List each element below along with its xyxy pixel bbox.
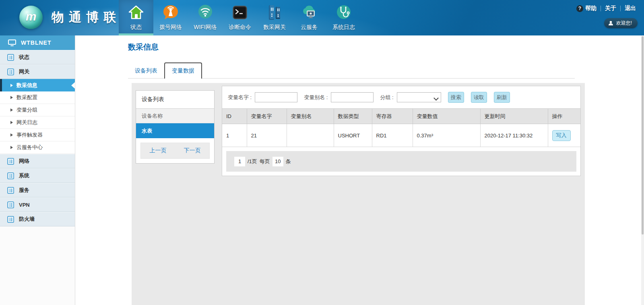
sidebar-item-label: 变量分组 [17, 106, 37, 114]
sidebar-item-status[interactable]: 状态 [0, 50, 75, 64]
gateway-servers-icon [265, 3, 284, 22]
stethoscope-icon [334, 3, 353, 22]
device-name-column-header: 设备名称 [136, 109, 214, 123]
variable-name-label: 变量名字 : [228, 94, 252, 101]
nav-item-status[interactable]: 状态 [119, 0, 153, 35]
nav-item-label: 拨号网络 [159, 24, 182, 31]
sidebar-item-label: 数采配置 [17, 94, 37, 101]
nav-item-data-gateway[interactable]: 数采网关 [257, 0, 292, 35]
nav-item-label: 云服务 [301, 24, 318, 31]
cloud-monitor-icon [300, 3, 318, 22]
nav-item-cloud-service[interactable]: 云服务 [292, 0, 326, 35]
group-select[interactable] [397, 92, 441, 102]
sidebar-item-label: 数采信息 [17, 82, 37, 89]
brand-name: 物通博联 [52, 9, 121, 26]
caret-right-icon [10, 133, 13, 137]
cell-variable-alias [287, 124, 334, 147]
per-page-input[interactable] [272, 157, 283, 166]
sidebar-item-gateway[interactable]: 网关 [0, 64, 75, 79]
variable-name-input[interactable] [255, 92, 297, 102]
sidebar-item-label: 网络 [19, 158, 29, 165]
wifi-icon [196, 3, 215, 22]
home-icon [127, 3, 145, 22]
cell-id: 1 [222, 124, 247, 147]
sidebar-item-network[interactable]: 网络 [0, 154, 75, 168]
sidebar-item-label: 服务 [19, 187, 29, 194]
search-button[interactable]: 搜索 [448, 92, 464, 103]
cell-register: RD1 [372, 124, 413, 147]
sidebar-item-variable-group[interactable]: 变量分组 [0, 104, 75, 116]
sidebar-item-gateway-log[interactable]: 网关日志 [0, 116, 75, 129]
sidebar-item-vpn[interactable]: VPN [0, 197, 75, 212]
nav-item-diagnostic-command[interactable]: 诊断命令 [223, 0, 257, 35]
col-id: ID [222, 109, 247, 124]
cell-update-time: 2020-12-17 11:30:32 [480, 124, 548, 147]
nav-item-wifi-network[interactable]: WIFI网络 [188, 0, 223, 35]
col-update-time: 更新时间 [480, 109, 548, 124]
nav-item-label: 诊断命令 [229, 24, 251, 31]
list-icon [7, 187, 14, 194]
col-data-type: 数据类型 [334, 109, 372, 124]
list-icon [7, 54, 14, 61]
nav-item-label: WIFI网络 [194, 24, 217, 31]
list-icon [7, 68, 14, 75]
sidebar-item-label: 网关 [19, 68, 29, 75]
unit-label: 条 [286, 158, 291, 165]
nav-item-system-log[interactable]: 系统日志 [326, 0, 361, 35]
caret-right-icon [10, 84, 13, 87]
sidebar-item-firewall[interactable]: 防火墙 [0, 212, 75, 226]
group-label: 分组 : [380, 94, 393, 101]
filter-bar: 变量名字 : 变量别名 : 分组 : 搜索 读取 刷新 [222, 86, 580, 108]
welcome-label: 欢迎您! [616, 20, 632, 27]
read-button[interactable]: 读取 [471, 92, 487, 103]
write-button[interactable]: 写入 [552, 130, 571, 141]
device-list-pager: 上一页 下一页 [140, 143, 210, 159]
page-title: 数采信息 [128, 42, 159, 52]
group-select-wrap [397, 92, 441, 102]
device-name: WTBLNET [21, 39, 51, 46]
col-register: 寄存器 [372, 109, 413, 124]
sidebar-item-system[interactable]: 系统 [0, 168, 75, 183]
device-list-title: 设备列表 [136, 91, 214, 109]
vertical-scrollbar[interactable] [641, 35, 644, 305]
sidebar-item-data-collection-config[interactable]: 数采配置 [0, 91, 75, 104]
refresh-button[interactable]: 刷新 [494, 92, 510, 103]
sidebar-item-event-trigger[interactable]: 事件触发器 [0, 129, 75, 141]
cell-variable-value: 0.37m³ [413, 124, 480, 147]
nav-item-label: 状态 [130, 24, 142, 31]
variable-alias-input[interactable] [331, 92, 374, 102]
next-page-link[interactable]: 下一页 [184, 147, 201, 154]
scrollbar-thumb[interactable] [642, 36, 644, 234]
help-link[interactable]: ? 帮助 [576, 5, 597, 12]
tab-bar: 设备列表 变量数据 [128, 63, 575, 79]
sidebar-item-data-collection-info[interactable]: 数采信息 [0, 79, 75, 91]
logout-label: 退出 [625, 5, 636, 12]
tab-device-list[interactable]: 设备列表 [128, 64, 164, 78]
cell-variable-name: 21 [247, 124, 287, 147]
prev-page-link[interactable]: 上一页 [150, 147, 167, 154]
app-header: m 物通博联 状态 拨号网络 WIFI网络 诊断命令 [0, 0, 644, 35]
table-header-row: ID 变量名字 变量别名 数据类型 寄存器 变量数值 更新时间 操作 [222, 109, 580, 124]
welcome-badge[interactable]: 欢迎您! [604, 18, 638, 28]
sidebar-item-cloud-service-center[interactable]: 云服务中心 [0, 141, 75, 154]
col-action: 操作 [548, 109, 580, 124]
sidebar-item-label: 防火墙 [19, 216, 35, 223]
device-row-water-meter[interactable]: 水表 [136, 123, 214, 138]
sidebar-item-label: 状态 [19, 54, 29, 61]
nav-item-label: 数采网关 [263, 24, 286, 31]
sidebar-item-service[interactable]: 服务 [0, 183, 75, 197]
divider [601, 6, 601, 11]
tab-variable-data[interactable]: 变量数据 [164, 62, 202, 79]
caret-right-icon [10, 146, 13, 149]
top-utility-links: ? 帮助 关于 退出 [576, 5, 636, 12]
about-link[interactable]: 关于 [605, 5, 616, 12]
table-pagination: /1页 每页 条 [226, 151, 576, 172]
help-label: 帮助 [585, 5, 597, 12]
monitor-icon [8, 39, 16, 46]
sidebar-item-label: VPN [19, 202, 30, 208]
page-number-input[interactable] [234, 157, 245, 166]
logout-link[interactable]: 退出 [625, 5, 636, 12]
nav-item-dialup-network[interactable]: 拨号网络 [153, 0, 188, 35]
user-icon [608, 21, 613, 26]
about-label: 关于 [605, 5, 616, 12]
